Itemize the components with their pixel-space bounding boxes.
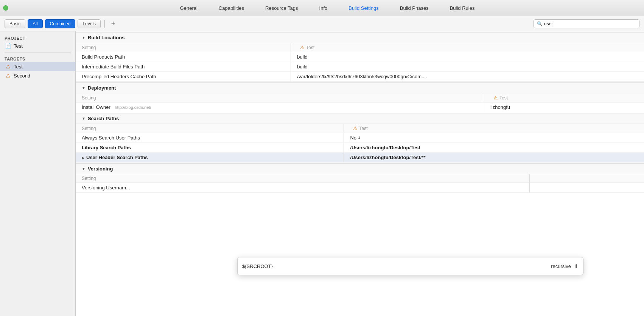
basic-button[interactable]: Basic <box>5 19 25 28</box>
versioning-header-row: Setting <box>76 174 644 183</box>
setting-cell: ▶User Header Search Paths <box>76 153 344 163</box>
setting-cell: Install Owner http://blog.csdn.net/ <box>76 102 484 112</box>
project-icon: 📄 <box>5 42 11 49</box>
sidebar-item-target-second[interactable]: ⚠ Second <box>0 71 75 80</box>
deployment-header-row: Setting ⚠ Test <box>76 93 644 102</box>
value-cell: build <box>291 62 644 72</box>
tab-build-rules[interactable]: Build Rules <box>439 0 485 16</box>
col-target-1: ⚠ Test <box>291 43 644 52</box>
setting-cell: Build Products Path <box>76 52 291 62</box>
table-row: Build Products Path build <box>76 52 644 62</box>
col-target-icon-2: ⚠ <box>493 95 498 101</box>
col-target-4 <box>529 174 644 183</box>
tab-capabilities[interactable]: Capabilities <box>208 0 255 16</box>
col-target-2: ⚠ Test <box>484 93 644 102</box>
value-cell: lizhongfu <box>484 102 644 112</box>
sidebar-item-target-test[interactable]: ⚠ Test <box>0 62 75 71</box>
deployment-table: Setting ⚠ Test Install Owner http://blog… <box>76 93 644 112</box>
setting-cell: Always Search User Paths <box>76 133 344 143</box>
build-locations-title: Build Locations <box>88 35 125 40</box>
popup-recursive-label: recursive <box>551 263 571 269</box>
window-close-btn[interactable] <box>3 5 8 11</box>
project-section-title: PROJECT <box>0 34 75 41</box>
path-dropdown-popup: recursive ⬍ <box>237 257 583 275</box>
versioning-header[interactable]: ▼ Versioning <box>76 163 644 174</box>
search-paths-table: Setting ⚠ Test Always Search User Paths … <box>76 124 644 163</box>
target-second-label: Second <box>14 73 30 79</box>
setting-cell: Library Search Paths <box>76 143 344 153</box>
popup-path-input[interactable] <box>242 263 548 269</box>
versioning-title: Versioning <box>88 166 113 172</box>
tab-build-settings[interactable]: Build Settings <box>338 0 389 16</box>
value-cell: /var/folders/lx/9ts2bsdx6r7603klhn53wcqw… <box>291 72 644 82</box>
value-cell <box>529 183 644 193</box>
table-row: Always Search User Paths No ⬍ <box>76 133 644 143</box>
col-target-label-2: Test <box>499 95 508 101</box>
col-setting-4: Setting <box>76 174 529 183</box>
tab-resource-tags[interactable]: Resource Tags <box>255 0 308 16</box>
col-target-label-3: Test <box>359 126 367 131</box>
nav-tabs: General Capabilities Resource Tags Info … <box>14 0 641 16</box>
setting-cell: Versioning Usernam... <box>76 183 529 193</box>
add-button[interactable]: + <box>109 19 118 28</box>
versioning-table: Setting Versioning Usernam... <box>76 174 644 193</box>
build-locations-table: Setting ⚠ Test Build Products Path build… <box>76 43 644 82</box>
combined-button[interactable]: Combined <box>45 19 76 28</box>
target-icon-test: ⚠ <box>5 63 11 70</box>
value-cell: /Users/lizhongfu/Desktop/Test/** <box>344 153 644 163</box>
setting-cell: Intermediate Build Files Path <box>76 62 291 72</box>
value-cell: No ⬍ <box>344 133 644 143</box>
sidebar: PROJECT 📄 Test TARGETS ⚠ Test ⚠ Second <box>0 31 76 316</box>
sidebar-item-project-test[interactable]: 📄 Test <box>0 41 75 50</box>
col-target-3: ⚠ Test <box>344 124 644 133</box>
versioning-triangle: ▼ <box>82 167 86 171</box>
stepper-arrows[interactable]: ⬍ <box>358 136 361 140</box>
target-icon-second: ⚠ <box>5 72 11 79</box>
target-test-label: Test <box>14 64 23 70</box>
tab-info[interactable]: Info <box>309 0 338 16</box>
build-locations-header[interactable]: ▼ Build Locations <box>76 32 644 43</box>
table-row: Library Search Paths /Users/lizhongfu/De… <box>76 143 644 153</box>
all-button[interactable]: All <box>28 19 42 28</box>
value-cell: build <box>291 52 644 62</box>
targets-section-title: TARGETS <box>0 55 75 62</box>
search-paths-triangle: ▼ <box>82 116 86 121</box>
toolbar: Basic All Combined Levels + 🔍 <box>0 16 644 31</box>
col-setting-2: Setting <box>76 93 484 102</box>
col-target-icon-3: ⚠ <box>353 125 358 131</box>
table-row: Precompiled Headers Cache Path /var/fold… <box>76 72 644 82</box>
setting-secondary: http://blog.csdn.net/ <box>115 105 151 110</box>
search-input[interactable] <box>544 21 636 26</box>
tab-general[interactable]: General <box>170 0 208 16</box>
table-row: Versioning Usernam... <box>76 183 644 193</box>
col-setting-3: Setting <box>76 124 344 133</box>
build-locations-header-row: Setting ⚠ Test <box>76 43 644 52</box>
table-row-highlighted[interactable]: ▶User Header Search Paths /Users/lizhong… <box>76 153 644 163</box>
stepper-text: No <box>350 135 356 141</box>
search-bar: 🔍 <box>534 19 639 28</box>
setting-cell: Precompiled Headers Cache Path <box>76 72 291 82</box>
toolbar-divider <box>104 20 105 28</box>
col-target-label-1: Test <box>306 45 314 50</box>
value-cell: /Users/lizhongfu/Desktop/Test <box>344 143 644 153</box>
deployment-header[interactable]: ▼ Deployment <box>76 82 644 93</box>
col-target-icon-1: ⚠ <box>300 45 305 50</box>
levels-button[interactable]: Levels <box>78 19 101 28</box>
table-row: Intermediate Build Files Path build <box>76 62 644 72</box>
project-item-label: Test <box>14 43 23 49</box>
col-setting-1: Setting <box>76 43 291 52</box>
search-paths-header[interactable]: ▼ Search Paths <box>76 113 644 124</box>
popup-inner: recursive ⬍ <box>238 257 583 275</box>
search-paths-header-row: Setting ⚠ Test <box>76 124 644 133</box>
table-row: Install Owner http://blog.csdn.net/ lizh… <box>76 102 644 112</box>
build-locations-triangle: ▼ <box>82 36 86 40</box>
top-nav: General Capabilities Resource Tags Info … <box>0 0 644 16</box>
deployment-triangle: ▼ <box>82 86 86 90</box>
popup-stepper[interactable]: ⬍ <box>574 263 579 269</box>
search-icon: 🔍 <box>537 21 543 26</box>
deployment-title: Deployment <box>88 85 116 91</box>
tab-build-phases[interactable]: Build Phases <box>389 0 439 16</box>
sidebar-divider <box>5 53 71 53</box>
search-paths-title: Search Paths <box>88 116 119 121</box>
